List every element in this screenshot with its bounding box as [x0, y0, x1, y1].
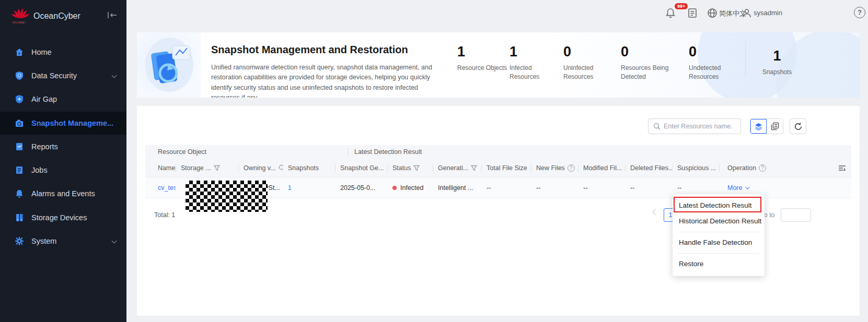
chevron-down-icon — [746, 185, 750, 189]
sidebar-item-label: Alarms and Events — [31, 189, 95, 198]
column-operation: Operation ? — [719, 159, 851, 177]
banner: Snapshot Management and Restoration Unif… — [137, 32, 860, 98]
cell-generation: Intelligent ... — [433, 177, 481, 198]
pagination-prev-icon[interactable] — [652, 209, 659, 216]
stat-value: 0 — [563, 44, 614, 60]
search-icon — [653, 123, 661, 130]
sidebar-item-jobs[interactable]: Jobs — [0, 159, 126, 182]
reports-icon — [15, 142, 24, 151]
snapshot-management-page: HUAWEI OceanCyber Home Data Security — [0, 0, 868, 322]
home-icon — [15, 47, 24, 57]
sidebar-item-reports[interactable]: Reports — [0, 135, 126, 158]
sidebar-item-label: Storage Devices — [31, 213, 87, 222]
chevron-down-icon — [112, 238, 117, 244]
page-title: Snapshot Management and Restoration — [211, 44, 408, 56]
stats-divider — [745, 42, 746, 77]
column-deleted-files: Deleted Files... — [625, 159, 672, 177]
stat-label: Snapshots — [754, 68, 801, 77]
cell-snapshot-generated: 2025-05-0... — [335, 177, 387, 198]
more-actions-menu: Latest Detection Result Historical Detec… — [673, 194, 765, 276]
sidebar-item-storage-devices[interactable]: Storage Devices — [0, 206, 126, 229]
document-list-icon[interactable] — [687, 7, 698, 19]
column-snapshots: Snapshots — [283, 159, 335, 177]
sidebar-collapse-icon[interactable] — [108, 11, 117, 19]
notification-badge: 99+ — [674, 3, 688, 10]
column-name: Name — [145, 159, 176, 177]
column-settings-icon[interactable] — [838, 164, 846, 172]
search-input[interactable] — [664, 123, 748, 130]
cell-total-file-size: -- — [481, 177, 531, 198]
sidebar-item-system[interactable]: System — [0, 230, 126, 253]
stat-snapshots: 1 Snapshots — [754, 48, 801, 77]
page-description: Unified ransomware detection result quer… — [211, 63, 447, 98]
column-generation: Generati... — [433, 159, 481, 177]
refresh-button[interactable] — [790, 118, 806, 134]
cell-status: Infected — [387, 177, 433, 198]
layers-view-button[interactable] — [750, 119, 767, 134]
topbar: 99+ 简体中文 sysadmin ? — [126, 0, 868, 26]
column-filter-icon[interactable] — [214, 165, 220, 171]
card-view-button[interactable] — [767, 119, 783, 134]
stat-infected-resources: 1 Infected Resources — [510, 44, 560, 81]
group-latest-detection-result: Latest Detection Result — [348, 148, 422, 156]
column-suspicious-files: Suspicious ... — [672, 159, 719, 177]
snapshots-count-link[interactable]: 1 — [288, 184, 292, 192]
help-icon[interactable]: ? — [854, 7, 865, 18]
menu-separator — [678, 253, 759, 254]
sidebar-item-air-gap[interactable]: Air Gap — [0, 88, 126, 111]
resource-table-card: Resource Object Latest Detection Result … — [137, 106, 860, 316]
help-icon[interactable]: ? — [759, 164, 766, 172]
menu-separator — [678, 232, 759, 232]
column-modified-files: Modified Fil... — [578, 159, 625, 177]
sidebar-item-snapshot-management[interactable]: Snapshot Manageme... — [0, 112, 126, 135]
column-storage: Storage ... — [176, 159, 238, 177]
menu-item-latest-detection-result[interactable]: Latest Detection Result — [673, 198, 765, 213]
sidebar-item-label: Jobs — [31, 166, 48, 174]
help-icon[interactable]: ? — [568, 164, 575, 172]
notifications-bell-icon[interactable] — [665, 7, 676, 19]
sidebar: HUAWEI OceanCyber Home Data Security — [0, 0, 126, 322]
column-filter-icon[interactable] — [471, 165, 477, 171]
stat-uninfected-resources: 0 Uninfected Resources — [563, 44, 614, 81]
column-status: Status — [387, 159, 433, 177]
sidebar-item-alarms-events[interactable]: Alarms and Events — [0, 182, 126, 205]
stat-label: Uninfected Resources — [563, 64, 614, 81]
banner-illustration — [137, 32, 201, 98]
menu-item-restore[interactable]: Restore — [673, 256, 765, 272]
user-avatar-icon[interactable] — [741, 7, 753, 19]
stat-value: 1 — [510, 44, 560, 60]
storage-devices-icon — [15, 213, 24, 222]
username[interactable]: sysadmin — [754, 9, 782, 17]
stat-undetected-resources: 0 Undetected Resources — [689, 44, 739, 81]
snapshot-camera-icon — [15, 118, 24, 128]
sidebar-item-home[interactable]: Home — [0, 41, 126, 64]
redacted-checkerboard-mask — [186, 181, 268, 212]
globe-language-icon[interactable] — [707, 7, 718, 19]
cell-deleted-files: -- — [625, 177, 672, 198]
more-actions-button[interactable]: More — [727, 184, 748, 192]
shield-icon — [15, 71, 24, 80]
group-resource-object: Resource Object — [145, 148, 348, 156]
column-filter-icon[interactable] — [413, 165, 420, 171]
brand-row: HUAWEI OceanCyber — [0, 0, 126, 33]
huawei-logo-word: HUAWEI — [13, 21, 26, 24]
resource-name-link[interactable]: cv_test — [158, 184, 176, 192]
stat-label: Undetected Resources — [689, 64, 739, 81]
column-search-icon[interactable] — [279, 164, 283, 171]
huawei-logo-icon — [11, 7, 29, 20]
sidebar-item-label: System — [31, 237, 56, 245]
view-toggle-group — [750, 118, 783, 134]
pagination-goto-input[interactable] — [781, 208, 811, 222]
search-box — [648, 118, 741, 134]
product-name: OceanCyber — [33, 11, 80, 21]
menu-item-historical-detection-result[interactable]: Historical Detection Result — [673, 213, 765, 229]
jobs-icon — [15, 165, 24, 175]
stat-value: 0 — [621, 44, 671, 60]
cell-modified-files: -- — [578, 177, 625, 198]
bell-icon — [15, 189, 24, 198]
chevron-down-icon — [112, 73, 117, 78]
sidebar-item-label: Air Gap — [31, 95, 57, 103]
menu-item-handle-false-detection[interactable]: Handle False Detection — [673, 235, 765, 251]
sidebar-item-data-security[interactable]: Data Security — [0, 64, 126, 87]
gear-icon — [15, 236, 24, 246]
